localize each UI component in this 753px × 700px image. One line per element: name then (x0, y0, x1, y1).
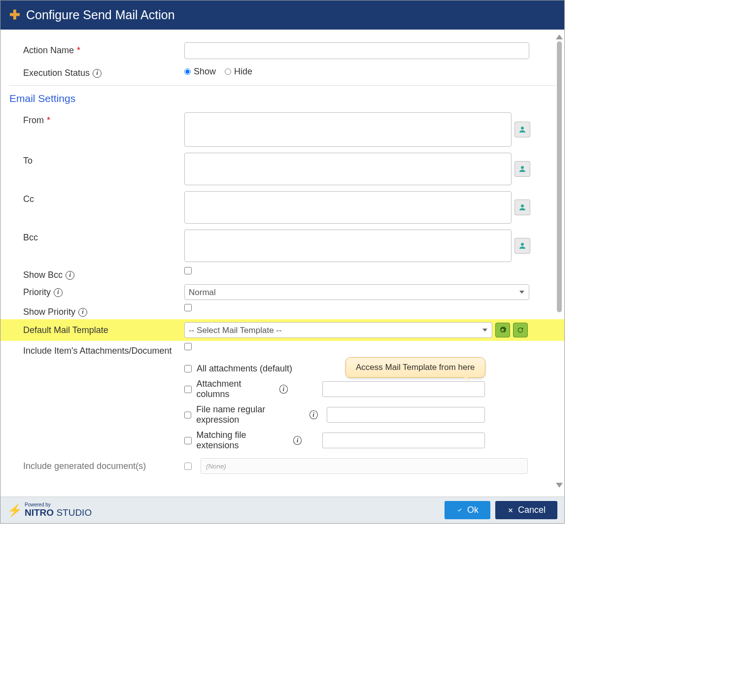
action-name-label: Action Name* (9, 42, 184, 56)
mail-template-settings-button[interactable] (495, 323, 510, 337)
include-attachments-checkbox[interactable] (184, 343, 192, 350)
scroll-down-icon[interactable] (556, 483, 563, 488)
bolt-icon: ⚡ (7, 503, 22, 517)
show-priority-label: Show Priority i (9, 304, 184, 317)
email-settings-section: Email Settings (9, 86, 555, 109)
person-icon (518, 125, 527, 134)
generated-docs-input (201, 458, 528, 474)
from-label: From* (9, 112, 184, 126)
to-label: To (9, 153, 184, 166)
dialog-header: ✚ Configure Send Mail Action (0, 0, 564, 30)
attachment-columns-label: Attachment columns (197, 379, 274, 400)
to-people-picker-button[interactable] (514, 161, 530, 177)
info-icon[interactable]: i (66, 271, 74, 280)
show-bcc-checkbox[interactable] (184, 267, 192, 274)
gear-icon (499, 326, 507, 334)
callout-annotation: Access Mail Template from here (345, 357, 485, 378)
info-icon[interactable]: i (293, 436, 302, 445)
bcc-input[interactable] (184, 230, 512, 262)
all-attachments-checkbox[interactable] (184, 365, 192, 372)
file-regex-input[interactable] (327, 407, 485, 423)
bcc-people-picker-button[interactable] (514, 238, 530, 254)
dialog-title: Configure Send Mail Action (26, 8, 175, 22)
mail-template-refresh-button[interactable] (513, 323, 528, 337)
cc-input[interactable] (184, 191, 512, 224)
info-icon[interactable]: i (279, 385, 288, 394)
nitro-studio-logo: ⚡ Powered by NITRO STUDIO (7, 502, 92, 518)
svg-point-3 (521, 243, 524, 246)
info-icon[interactable]: i (93, 69, 102, 78)
scroll-thumb[interactable] (557, 41, 562, 312)
cc-label: Cc (9, 191, 184, 204)
execution-status-hide-radio[interactable]: Hide (225, 67, 252, 77)
include-attachments-label: Include Item's Attachments/Document (9, 343, 184, 356)
execution-status-show-radio[interactable]: Show (184, 67, 216, 77)
person-icon (518, 203, 527, 212)
person-icon (518, 241, 527, 250)
show-priority-checkbox[interactable] (184, 304, 192, 311)
file-regex-checkbox[interactable] (184, 411, 191, 419)
attachment-columns-input[interactable] (322, 381, 485, 397)
dialog-body: Action Name* Execution Status i Show Hid… (0, 30, 564, 476)
scrollbar[interactable] (556, 34, 563, 488)
info-icon[interactable]: i (309, 410, 318, 419)
from-people-picker-button[interactable] (514, 122, 530, 137)
close-icon (507, 507, 514, 514)
all-attachments-label: All attachments (default) (197, 364, 292, 374)
execution-status-label: Execution Status i (9, 65, 184, 78)
from-input[interactable] (184, 112, 512, 147)
matching-ext-input[interactable] (322, 433, 485, 448)
refresh-icon (516, 326, 524, 334)
priority-label: Priority i (9, 284, 184, 298)
include-generated-label: Include generated document(s) (9, 458, 184, 471)
cc-people-picker-button[interactable] (514, 200, 530, 215)
default-mail-template-label: Default Mail Template (9, 322, 184, 335)
svg-point-2 (521, 204, 524, 207)
configure-send-mail-dialog: ✚ Configure Send Mail Action Action Name… (0, 0, 565, 524)
cancel-button[interactable]: Cancel (495, 501, 557, 519)
ok-button[interactable]: Ok (445, 501, 490, 519)
default-mail-template-row: Default Mail Template -- Select Mail Tem… (0, 319, 564, 341)
bcc-label: Bcc (9, 230, 184, 243)
show-bcc-label: Show Bcc i (9, 267, 184, 280)
file-regex-label: File name regular expression (196, 404, 304, 425)
priority-select[interactable]: Normal (184, 284, 529, 300)
dialog-footer: ⚡ Powered by NITRO STUDIO Ok Cancel (0, 497, 564, 523)
svg-point-1 (521, 166, 524, 169)
info-icon[interactable]: i (78, 308, 87, 317)
scroll-up-icon[interactable] (556, 34, 563, 39)
action-name-input[interactable] (184, 42, 529, 59)
check-icon (456, 507, 463, 514)
info-icon[interactable]: i (54, 288, 63, 297)
include-generated-checkbox[interactable] (184, 463, 192, 470)
matching-ext-checkbox[interactable] (184, 437, 192, 444)
svg-point-0 (521, 127, 524, 130)
person-icon (518, 165, 527, 173)
attachment-columns-checkbox[interactable] (184, 386, 192, 393)
plus-icon: ✚ (9, 7, 20, 23)
mail-template-select[interactable]: -- Select Mail Template -- (184, 322, 492, 338)
to-input[interactable] (184, 153, 512, 185)
matching-ext-label: Matching file extensions (197, 430, 288, 451)
